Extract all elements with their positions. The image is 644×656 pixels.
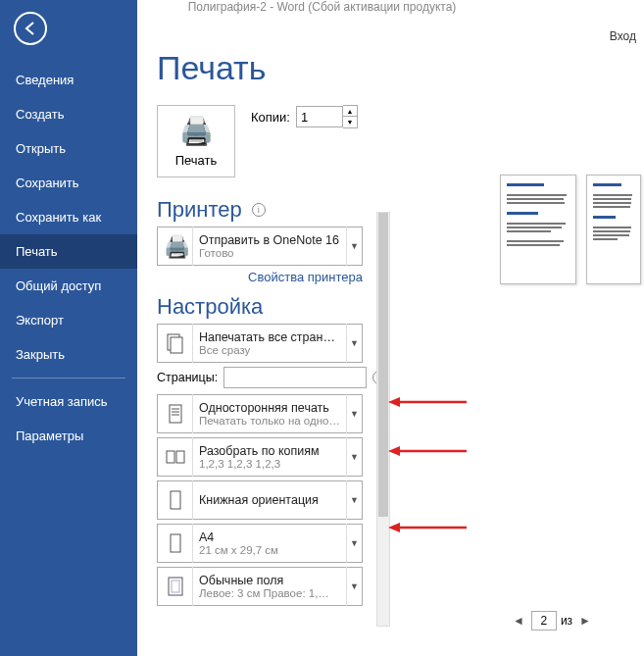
chevron-down-icon: ▼ [346,394,362,433]
print-panel: Печать 🖨️ Печать Копии: ▲ ▼ Принтер i 🖨️… [137,39,644,656]
pages-input[interactable] [223,367,367,388]
page-title: Печать [157,49,644,87]
pages-field-label: Страницы: [157,371,218,384]
preview-page-nav: ◄ из ► [510,611,594,631]
sides-line1: Односторонняя печать [199,401,340,415]
nav-close[interactable]: Закрыть [0,337,137,372]
copies-label: Копии: [251,110,290,125]
pages-icon [158,324,193,363]
spinner-up-icon[interactable]: ▲ [343,106,357,117]
printer-properties-link[interactable]: Свойства принтера [157,270,363,284]
size-line2: 21 см x 29,7 см [199,544,340,556]
svg-rect-6 [167,451,174,463]
chevron-down-icon: ▼ [346,324,362,363]
chevron-down-icon: ▼ [346,480,362,520]
svg-rect-1 [171,337,182,353]
prev-page-button[interactable]: ◄ [510,614,527,628]
nav-info[interactable]: Сведения [0,63,137,97]
preview-page-thumb[interactable] [586,175,641,284]
backstage-sidebar: Сведения Создать Открыть Сохранить Сохра… [0,0,137,656]
svg-rect-7 [176,451,184,463]
preview-page-thumb[interactable] [500,175,576,284]
svg-rect-2 [170,405,181,423]
orientation-line1: Книжная ориентация [199,493,340,507]
margins-line1: Обычные поля [199,574,340,587]
nav-share[interactable]: Общий доступ [0,269,137,303]
printer-ready-icon: 🖨️ [158,227,193,266]
print-range-selector[interactable]: Напечатать все страницы Все сразу ▼ [157,324,363,363]
margins-line2: Левое: 3 см Правое: 1,… [199,587,340,599]
nav-open[interactable]: Открыть [0,131,137,166]
nav-print[interactable]: Печать [0,234,137,269]
back-button[interactable] [14,12,47,45]
svg-rect-8 [171,491,180,509]
svg-rect-9 [171,534,180,552]
chevron-down-icon: ▼ [346,437,362,477]
settings-scrollbar[interactable] [376,212,390,627]
margins-icon [158,567,193,606]
print-range-line1: Напечатать все страницы [199,330,340,344]
printer-selector[interactable]: 🖨️ Отправить в OneNote 16 Готово ▼ [157,227,363,266]
nav-save-as[interactable]: Сохранить как [0,200,137,234]
single-side-icon [158,394,193,433]
nav-save[interactable]: Сохранить [0,166,137,200]
print-preview [500,175,644,292]
chevron-down-icon: ▼ [346,567,362,606]
print-range-line2: Все сразу [199,344,340,356]
chevron-down-icon: ▼ [346,227,362,266]
printer-icon: 🖨️ [179,115,214,147]
chevron-down-icon: ▼ [346,524,362,563]
arrow-left-icon [23,21,38,36]
sides-selector[interactable]: Односторонняя печать Печатать только на … [157,394,363,433]
paper-size-selector[interactable]: A4 21 см x 29,7 см ▼ [157,524,363,563]
printer-name: Отправить в OneNote 16 [199,233,340,247]
nav-new[interactable]: Создать [0,97,137,131]
nav-options[interactable]: Параметры [0,419,137,453]
margins-selector[interactable]: Обычные поля Левое: 3 см Правое: 1,… ▼ [157,567,363,606]
portrait-icon [158,480,193,520]
spinner-down-icon[interactable]: ▼ [343,117,357,127]
current-page-input[interactable] [531,611,557,631]
scrollbar-thumb[interactable] [378,213,388,517]
collate-line1: Разобрать по копиям [199,444,340,458]
collate-icon [158,437,193,477]
info-icon[interactable]: i [252,203,266,217]
copies-spinner[interactable]: ▲ ▼ [343,105,358,128]
nav-account[interactable]: Учетная запись [0,384,137,419]
collate-line2: 1,2,3 1,2,3 1,2,3 [199,458,340,470]
nav-separator [12,378,125,378]
size-line1: A4 [199,530,340,544]
print-button[interactable]: 🖨️ Печать [157,105,235,177]
copies-input[interactable] [296,106,343,127]
collate-selector[interactable]: Разобрать по копиям 1,2,3 1,2,3 1,2,3 ▼ [157,437,363,477]
print-button-label: Печать [175,153,218,168]
nav-export[interactable]: Экспорт [0,303,137,337]
printer-section-header: Принтер [157,197,242,223]
printer-status: Готово [199,247,340,259]
orientation-selector[interactable]: Книжная ориентация ▼ [157,480,363,520]
next-page-button[interactable]: ► [576,614,594,628]
settings-section-header: Настройка [157,294,263,320]
page-size-icon [158,524,193,563]
sides-line2: Печатать только на одно… [199,415,340,427]
of-label: из [561,614,572,628]
